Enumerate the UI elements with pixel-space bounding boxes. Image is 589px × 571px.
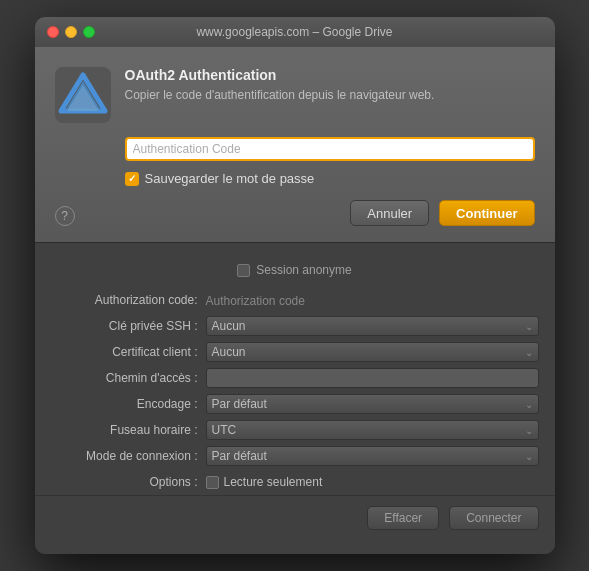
modal-title: OAuth2 Authentication [125, 67, 435, 83]
continue-button[interactable]: Continuer [439, 200, 534, 226]
authentication-code-input[interactable] [125, 137, 535, 161]
main-window: www.googleapis.com – Google Drive OAuth2… [35, 17, 555, 554]
window-title: www.googleapis.com – Google Drive [196, 25, 392, 39]
mode-connexion-select[interactable]: Par défaut ⌄ [206, 446, 539, 466]
mode-connexion-label: Mode de connexion : [51, 449, 206, 463]
save-password-checkbox[interactable] [125, 172, 139, 186]
cle-privee-control: Aucun ⌄ [206, 316, 539, 336]
fuseau-horaire-row: Fuseau horaire : UTC ⌄ [35, 417, 555, 443]
cle-privee-select[interactable]: Aucun ⌄ [206, 316, 539, 336]
title-bar: www.googleapis.com – Google Drive [35, 17, 555, 47]
fuseau-horaire-select[interactable]: UTC ⌄ [206, 420, 539, 440]
certificat-client-control: Aucun ⌄ [206, 342, 539, 362]
chevron-down-icon: ⌄ [525, 451, 533, 462]
chemin-acces-control [206, 368, 539, 388]
options-row: Options : Lecture seulement [35, 469, 555, 495]
close-button[interactable] [47, 26, 59, 38]
save-password-label: Sauvegarder le mot de passe [145, 171, 315, 186]
traffic-lights [47, 26, 95, 38]
chemin-acces-row: Chemin d'accès : [35, 365, 555, 391]
effacer-button[interactable]: Effacer [367, 506, 439, 530]
connecter-button[interactable]: Connecter [449, 506, 538, 530]
app-icon [55, 67, 111, 123]
mode-connexion-row: Mode de connexion : Par défaut ⌄ [35, 443, 555, 469]
modal-header: OAuth2 Authentication Copier le code d'a… [55, 67, 535, 123]
certificat-client-row: Certificat client : Aucun ⌄ [35, 339, 555, 365]
modal-subtitle: Copier le code d'authentification depuis… [125, 87, 435, 104]
cle-privee-row: Clé privée SSH : Aucun ⌄ [35, 313, 555, 339]
save-password-row: Sauvegarder le mot de passe [125, 171, 535, 186]
minimize-button[interactable] [65, 26, 77, 38]
chevron-down-icon: ⌄ [525, 321, 533, 332]
options-control: Lecture seulement [206, 475, 539, 489]
options-items: Lecture seulement [206, 475, 539, 489]
session-anonyme-label: Session anonyme [256, 263, 351, 277]
help-button[interactable]: ? [55, 206, 75, 226]
certificat-client-label: Certificat client : [51, 345, 206, 359]
oauth-modal: OAuth2 Authentication Copier le code d'a… [35, 47, 555, 243]
certificat-client-select[interactable]: Aucun ⌄ [206, 342, 539, 362]
lecture-seulement-label: Lecture seulement [224, 475, 323, 489]
mode-connexion-control: Par défaut ⌄ [206, 446, 539, 466]
authorization-code-label: Authorization code: [51, 293, 206, 307]
authorization-code-row: Authorization code: Authorization code [35, 287, 555, 313]
fuseau-horaire-label: Fuseau horaire : [51, 423, 206, 437]
encodage-select[interactable]: Par défaut ⌄ [206, 394, 539, 414]
options-label: Options : [51, 475, 206, 489]
maximize-button[interactable] [83, 26, 95, 38]
cancel-button[interactable]: Annuler [350, 200, 429, 226]
cle-privee-label: Clé privée SSH : [51, 319, 206, 333]
auth-input-row [125, 137, 535, 161]
chevron-down-icon: ⌄ [525, 399, 533, 410]
authorization-code-value: Authorization code [206, 293, 539, 308]
session-anonyme-checkbox[interactable] [237, 264, 250, 277]
session-anonyme-row: Session anonyme [35, 257, 555, 283]
connection-form: Session anonyme Authorization code: Auth… [35, 243, 555, 554]
fuseau-horaire-control: UTC ⌄ [206, 420, 539, 440]
chevron-down-icon: ⌄ [525, 347, 533, 358]
encodage-label: Encodage : [51, 397, 206, 411]
chemin-acces-label: Chemin d'accès : [51, 371, 206, 385]
modal-text: OAuth2 Authentication Copier le code d'a… [125, 67, 435, 104]
bottom-bar: Effacer Connecter [35, 495, 555, 540]
encodage-row: Encodage : Par défaut ⌄ [35, 391, 555, 417]
encodage-control: Par défaut ⌄ [206, 394, 539, 414]
chevron-down-icon: ⌄ [525, 425, 533, 436]
lecture-seulement-checkbox[interactable] [206, 476, 219, 489]
modal-buttons: Annuler Continuer [55, 200, 535, 226]
chemin-acces-input[interactable] [206, 368, 539, 388]
